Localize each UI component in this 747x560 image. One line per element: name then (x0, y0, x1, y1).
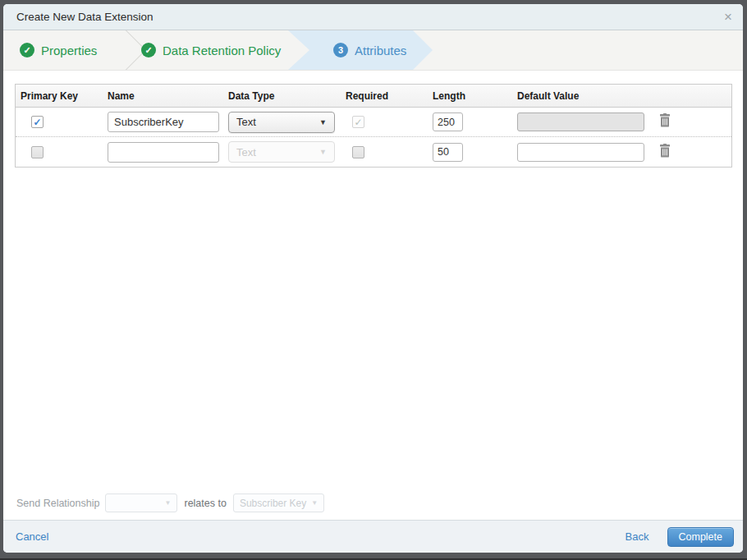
chevron-down-icon: ▼ (319, 118, 327, 126)
attributes-panel: Primary Key Name Data Type Required Leng… (3, 71, 743, 520)
step-label: Data Retention Policy (163, 44, 281, 57)
chevron-down-icon: ▼ (311, 499, 318, 507)
close-icon[interactable]: × (724, 10, 732, 24)
data-type-select-disabled: Text ▼ (228, 141, 335, 163)
name-input[interactable] (108, 112, 219, 132)
modal-titlebar: Create New Data Extension × (3, 4, 743, 30)
attributes-table: Primary Key Name Data Type Required Leng… (15, 84, 732, 168)
default-value-input[interactable] (517, 143, 644, 162)
send-relationship-label: Send Relationship (16, 498, 99, 509)
step-label: Attributes (355, 44, 406, 57)
back-link[interactable]: Back (626, 530, 649, 543)
data-type-select[interactable]: Text ▼ (228, 112, 335, 133)
length-input[interactable] (433, 143, 463, 162)
send-relationship-select: ▼ (105, 493, 177, 512)
trash-icon[interactable] (658, 144, 671, 158)
primary-key-checkbox[interactable]: ✓ (31, 116, 44, 128)
send-relationship-row: Send Relationship ▼ relates to Subscribe… (16, 493, 324, 512)
default-value-input (517, 112, 644, 131)
modal-footer: Cancel Back Complete (3, 520, 743, 553)
primary-key-checkbox[interactable] (31, 146, 44, 158)
col-header-length: Length (428, 90, 512, 102)
table-row: ✓ Text ▼ ✓ (16, 108, 731, 137)
required-checkbox[interactable] (352, 146, 364, 158)
chevron-down-icon: ▼ (319, 148, 327, 156)
col-header-primary-key: Primary Key (16, 90, 103, 102)
col-header-data-type: Data Type (223, 90, 341, 102)
chevron-down-icon: ▼ (165, 499, 172, 507)
table-row: Text ▼ (16, 137, 731, 167)
step-data-retention-policy[interactable]: ✓ Data Retention Policy (125, 30, 309, 70)
step-label: Properties (41, 44, 97, 57)
trash-icon[interactable] (658, 113, 671, 127)
window-frame: Create New Data Extension × ✓ Properties… (0, 0, 747, 560)
create-data-extension-modal: Create New Data Extension × ✓ Properties… (3, 4, 743, 553)
cancel-link[interactable]: Cancel (16, 530, 48, 543)
subscriber-key-value: Subscriber Key (240, 498, 306, 509)
step-complete-check-icon: ✓ (141, 43, 156, 57)
col-header-name: Name (103, 90, 223, 102)
step-number-badge: 3 (333, 43, 348, 57)
relates-to-label: relates to (184, 498, 226, 509)
modal-title: Create New Data Extension (16, 11, 154, 23)
complete-button[interactable]: Complete (667, 527, 735, 547)
table-header-row: Primary Key Name Data Type Required Leng… (16, 85, 731, 108)
step-complete-check-icon: ✓ (20, 43, 34, 57)
step-attributes-active[interactable]: 3 Attributes (288, 30, 433, 70)
name-input[interactable] (108, 142, 219, 163)
data-type-value: Text (236, 116, 256, 128)
length-input[interactable] (433, 112, 463, 131)
step-wizard: ✓ Properties ✓ Data Retention Policy 3 A… (3, 30, 743, 71)
required-checkbox: ✓ (352, 116, 364, 128)
col-header-default-value: Default Value (512, 90, 653, 102)
step-properties[interactable]: ✓ Properties (3, 30, 125, 70)
data-type-value: Text (236, 146, 256, 158)
col-header-required: Required (341, 90, 428, 102)
subscriber-key-select: Subscriber Key ▼ (233, 493, 324, 512)
